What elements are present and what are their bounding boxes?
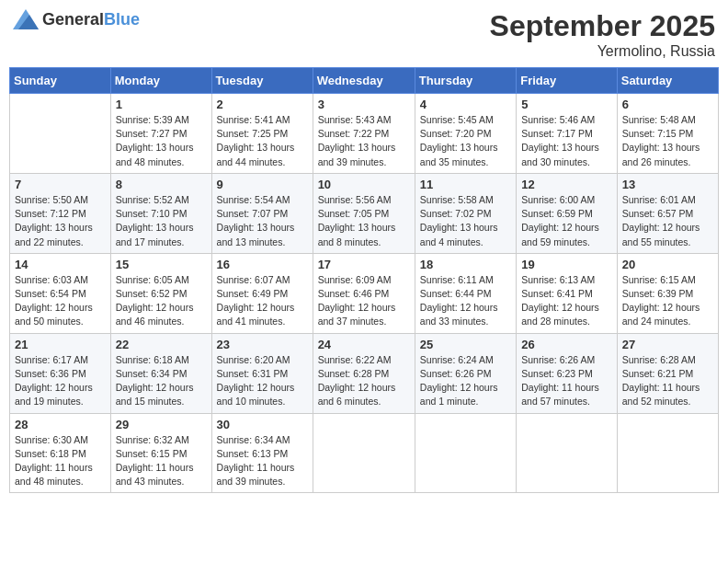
day-info: Sunrise: 6:00 AMSunset: 6:59 PMDaylight:… [521, 193, 612, 249]
weekday-header-row: SundayMondayTuesdayWednesdayThursdayFrid… [10, 68, 719, 94]
day-info: Sunrise: 6:05 AMSunset: 6:52 PMDaylight:… [116, 273, 207, 329]
empty-cell [517, 413, 618, 493]
logo-general: General [42, 10, 104, 29]
day-number: 6 [622, 98, 713, 111]
empty-cell [617, 413, 718, 493]
calendar-day-2: 2Sunrise: 5:41 AMSunset: 7:25 PMDaylight… [211, 94, 313, 174]
day-number: 3 [318, 98, 410, 111]
calendar-day-19: 19Sunrise: 6:13 AMSunset: 6:41 PMDayligh… [517, 253, 618, 333]
calendar-week-row: 21Sunrise: 6:17 AMSunset: 6:36 PMDayligh… [10, 333, 719, 413]
calendar-day-26: 26Sunrise: 6:26 AMSunset: 6:23 PMDayligh… [517, 333, 618, 413]
day-info: Sunrise: 5:39 AMSunset: 7:27 PMDaylight:… [116, 113, 207, 169]
day-info: Sunrise: 6:18 AMSunset: 6:34 PMDaylight:… [116, 353, 207, 409]
day-number: 24 [318, 338, 410, 351]
day-info: Sunrise: 6:13 AMSunset: 6:41 PMDaylight:… [521, 273, 612, 329]
day-number: 7 [15, 178, 106, 191]
day-number: 4 [420, 98, 511, 111]
calendar-day-12: 12Sunrise: 6:00 AMSunset: 6:59 PMDayligh… [517, 173, 618, 253]
day-number: 22 [116, 338, 207, 351]
calendar-day-6: 6Sunrise: 5:48 AMSunset: 7:15 PMDaylight… [617, 94, 718, 174]
day-number: 5 [521, 98, 612, 111]
day-info: Sunrise: 6:11 AMSunset: 6:44 PMDaylight:… [420, 273, 511, 329]
day-number: 1 [116, 98, 207, 111]
day-info: Sunrise: 6:26 AMSunset: 6:23 PMDaylight:… [521, 353, 612, 409]
day-number: 14 [15, 258, 106, 271]
logo-icon [13, 9, 39, 29]
day-number: 27 [622, 338, 713, 351]
calendar-day-29: 29Sunrise: 6:32 AMSunset: 6:15 PMDayligh… [110, 413, 211, 493]
location: Yermolino, Russia [490, 43, 715, 60]
day-number: 30 [217, 418, 308, 431]
calendar-day-30: 30Sunrise: 6:34 AMSunset: 6:13 PMDayligh… [211, 413, 313, 493]
month-title: September 2025 [490, 9, 715, 43]
weekday-header-friday: Friday [517, 68, 618, 94]
calendar-week-row: 1Sunrise: 5:39 AMSunset: 7:27 PMDaylight… [10, 94, 719, 174]
day-info: Sunrise: 6:01 AMSunset: 6:57 PMDaylight:… [622, 193, 713, 249]
day-number: 11 [420, 178, 511, 191]
calendar-header: SundayMondayTuesdayWednesdayThursdayFrid… [10, 68, 719, 94]
day-number: 2 [217, 98, 308, 111]
day-number: 26 [521, 338, 612, 351]
day-info: Sunrise: 5:54 AMSunset: 7:07 PMDaylight:… [217, 193, 308, 249]
calendar-day-24: 24Sunrise: 6:22 AMSunset: 6:28 PMDayligh… [313, 333, 415, 413]
weekday-header-sunday: Sunday [10, 68, 111, 94]
day-number: 28 [15, 418, 106, 431]
calendar-day-13: 13Sunrise: 6:01 AMSunset: 6:57 PMDayligh… [617, 173, 718, 253]
day-info: Sunrise: 5:52 AMSunset: 7:10 PMDaylight:… [116, 193, 207, 249]
day-info: Sunrise: 6:32 AMSunset: 6:15 PMDaylight:… [116, 433, 207, 489]
day-info: Sunrise: 5:43 AMSunset: 7:22 PMDaylight:… [318, 113, 410, 169]
day-number: 8 [116, 178, 207, 191]
day-number: 18 [420, 258, 511, 271]
day-info: Sunrise: 6:09 AMSunset: 6:46 PMDaylight:… [318, 273, 410, 329]
day-info: Sunrise: 5:48 AMSunset: 7:15 PMDaylight:… [622, 113, 713, 169]
day-info: Sunrise: 6:24 AMSunset: 6:26 PMDaylight:… [420, 353, 511, 409]
calendar-day-23: 23Sunrise: 6:20 AMSunset: 6:31 PMDayligh… [211, 333, 313, 413]
calendar-week-row: 28Sunrise: 6:30 AMSunset: 6:18 PMDayligh… [10, 413, 719, 493]
day-number: 23 [217, 338, 308, 351]
calendar-day-8: 8Sunrise: 5:52 AMSunset: 7:10 PMDaylight… [110, 173, 211, 253]
day-number: 9 [217, 178, 308, 191]
day-number: 13 [622, 178, 713, 191]
empty-cell [415, 413, 516, 493]
calendar-day-21: 21Sunrise: 6:17 AMSunset: 6:36 PMDayligh… [10, 333, 111, 413]
calendar-day-18: 18Sunrise: 6:11 AMSunset: 6:44 PMDayligh… [415, 253, 516, 333]
calendar-day-27: 27Sunrise: 6:28 AMSunset: 6:21 PMDayligh… [617, 333, 718, 413]
day-info: Sunrise: 6:22 AMSunset: 6:28 PMDaylight:… [318, 353, 410, 409]
calendar-week-row: 7Sunrise: 5:50 AMSunset: 7:12 PMDaylight… [10, 173, 719, 253]
day-number: 21 [15, 338, 106, 351]
calendar-day-15: 15Sunrise: 6:05 AMSunset: 6:52 PMDayligh… [110, 253, 211, 333]
calendar-day-7: 7Sunrise: 5:50 AMSunset: 7:12 PMDaylight… [10, 173, 111, 253]
weekday-header-wednesday: Wednesday [313, 68, 415, 94]
weekday-header-saturday: Saturday [617, 68, 718, 94]
logo: GeneralBlue [13, 9, 140, 29]
day-number: 29 [116, 418, 207, 431]
calendar-day-10: 10Sunrise: 5:56 AMSunset: 7:05 PMDayligh… [313, 173, 415, 253]
day-number: 25 [420, 338, 511, 351]
day-number: 12 [521, 178, 612, 191]
calendar-day-4: 4Sunrise: 5:45 AMSunset: 7:20 PMDaylight… [415, 94, 516, 174]
weekday-header-tuesday: Tuesday [211, 68, 313, 94]
day-info: Sunrise: 6:28 AMSunset: 6:21 PMDaylight:… [622, 353, 713, 409]
calendar-day-9: 9Sunrise: 5:54 AMSunset: 7:07 PMDaylight… [211, 173, 313, 253]
day-info: Sunrise: 5:45 AMSunset: 7:20 PMDaylight:… [420, 113, 511, 169]
calendar-day-5: 5Sunrise: 5:46 AMSunset: 7:17 PMDaylight… [517, 94, 618, 174]
day-info: Sunrise: 6:15 AMSunset: 6:39 PMDaylight:… [622, 273, 713, 329]
day-number: 15 [116, 258, 207, 271]
page-header: GeneralBlue September 2025 Yermolino, Ru… [9, 9, 719, 60]
calendar-week-row: 14Sunrise: 6:03 AMSunset: 6:54 PMDayligh… [10, 253, 719, 333]
day-info: Sunrise: 6:17 AMSunset: 6:36 PMDaylight:… [15, 353, 106, 409]
empty-cell [10, 94, 111, 174]
day-info: Sunrise: 5:46 AMSunset: 7:17 PMDaylight:… [521, 113, 612, 169]
day-info: Sunrise: 6:20 AMSunset: 6:31 PMDaylight:… [217, 353, 308, 409]
day-info: Sunrise: 6:07 AMSunset: 6:49 PMDaylight:… [217, 273, 308, 329]
day-info: Sunrise: 6:03 AMSunset: 6:54 PMDaylight:… [15, 273, 106, 329]
day-number: 16 [217, 258, 308, 271]
empty-cell [313, 413, 415, 493]
calendar-day-14: 14Sunrise: 6:03 AMSunset: 6:54 PMDayligh… [10, 253, 111, 333]
day-number: 19 [521, 258, 612, 271]
calendar-day-25: 25Sunrise: 6:24 AMSunset: 6:26 PMDayligh… [415, 333, 516, 413]
calendar-day-17: 17Sunrise: 6:09 AMSunset: 6:46 PMDayligh… [313, 253, 415, 333]
calendar-table: SundayMondayTuesdayWednesdayThursdayFrid… [9, 67, 719, 493]
day-info: Sunrise: 5:56 AMSunset: 7:05 PMDaylight:… [318, 193, 410, 249]
day-number: 17 [318, 258, 410, 271]
